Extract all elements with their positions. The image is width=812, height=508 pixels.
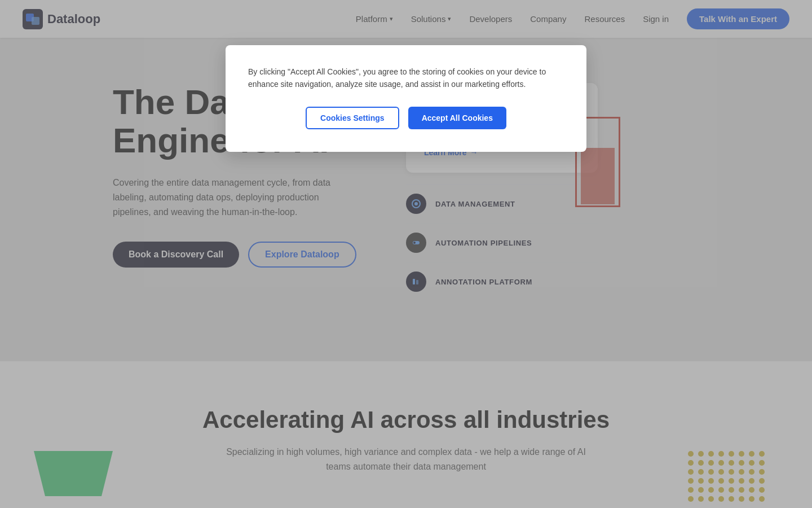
cookie-text: By clicking "Accept All Cookies", you ag…	[248, 65, 564, 91]
cookie-banner: By clicking "Accept All Cookies", you ag…	[226, 45, 586, 152]
accept-all-cookies-button[interactable]: Accept All Cookies	[408, 107, 506, 129]
cookie-overlay: By clicking "Accept All Cookies", you ag…	[0, 0, 812, 508]
cookies-settings-button[interactable]: Cookies Settings	[306, 107, 399, 129]
cookie-buttons: Cookies Settings Accept All Cookies	[248, 107, 564, 129]
